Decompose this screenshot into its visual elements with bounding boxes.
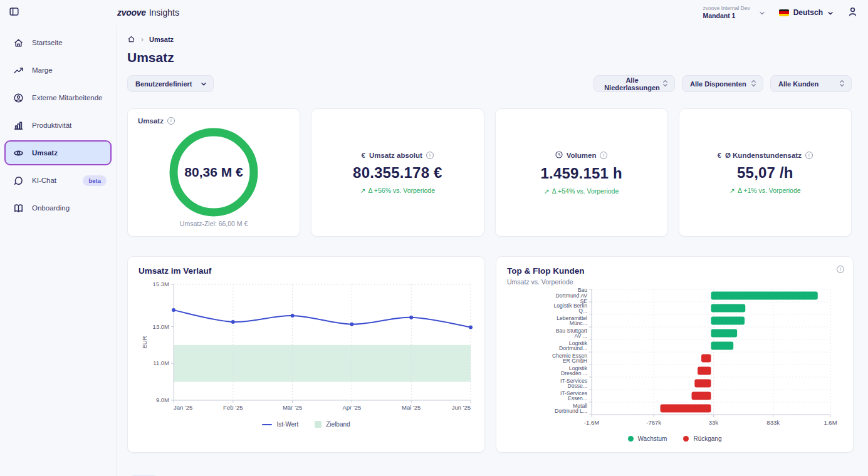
kpi-delta-text: Δ +56% vs. Vorperiode [369, 187, 436, 194]
german-flag-icon [779, 9, 789, 16]
sidebar-item-externe-mitarbeitende[interactable]: Externe Mitarbeitende [4, 85, 112, 110]
gauge-value: 80,36 M € [184, 165, 243, 179]
legend-item-wachstum[interactable]: Wachstum [628, 435, 667, 442]
chat-bubble-icon [13, 175, 24, 186]
bar-chart-icon [13, 120, 24, 131]
info-icon[interactable]: i [805, 152, 813, 159]
language-selector[interactable]: Deutsch [779, 7, 834, 18]
kpi-title: Ø Kundenstundensatz [725, 152, 802, 159]
svg-text:AV ...: AV ... [575, 333, 587, 339]
dispatchers-filter-select[interactable]: Alle Disponenten [682, 75, 763, 92]
sidebar-item-label: Marge [32, 66, 53, 74]
period-filter-dropdown[interactable]: Benutzerdefiniert [127, 75, 214, 92]
beta-badge: beta [83, 175, 107, 186]
chart-title: Top & Flop Kunden [507, 266, 842, 276]
kpi-delta-text: Δ +1% vs. Vorperiode [738, 187, 801, 194]
trend-up-icon [13, 65, 24, 76]
sidebar-toggle-button[interactable] [8, 6, 20, 19]
svg-text:Mär '25: Mär '25 [283, 404, 302, 411]
legend-label: Zielband [326, 421, 350, 428]
svg-text:833k: 833k [766, 419, 780, 426]
revenue-line-chart: 15.3M13.0M11.0M9.0MEURJan '25Feb '25Mär … [139, 276, 474, 418]
sidebar-item-ki-chat[interactable]: KI-Chat beta [4, 168, 112, 193]
sidebar-item-startseite[interactable]: Startseite [4, 30, 112, 55]
svg-text:Q...: Q... [578, 308, 587, 314]
kpi-value: 80.355.178 € [353, 164, 442, 182]
legend-item-rueckgang[interactable]: Rückgang [683, 435, 721, 442]
home-icon[interactable] [127, 35, 135, 44]
info-icon[interactable]: i [426, 152, 434, 159]
svg-text:Düsse...: Düsse... [567, 383, 587, 389]
sidebar-item-produktivitaet[interactable]: Produktivität [4, 113, 112, 138]
chevron-up-down-icon [839, 80, 845, 88]
svg-text:11.0M: 11.0M [153, 360, 169, 366]
legend-label: Ist-Wert [276, 421, 298, 428]
filter-row: Benutzerdefiniert Alle Niederlassungen A… [127, 75, 852, 92]
period-filter-label: Benutzerdefiniert [135, 80, 192, 88]
tenant-name: Mandant 1 [703, 12, 750, 20]
gauge-target-caption: Umsatz-Ziel: 66,00 M € [138, 220, 290, 229]
legend-item-ist-wert[interactable]: Ist-Wert [262, 421, 298, 428]
language-label: Deutsch [793, 8, 823, 17]
gauge-card-title: Umsatz [138, 117, 164, 125]
eye-icon [13, 148, 24, 158]
chart-title: Umsatz im Verlauf [139, 266, 474, 276]
svg-text:13.0M: 13.0M [153, 323, 169, 330]
person-icon [847, 6, 858, 19]
clock-icon [555, 151, 563, 160]
charts-row: Umsatz im Verlauf 15.3M13.0M11.0M9.0MEUR… [127, 256, 852, 453]
customers-filter-label: Alle Kunden [778, 80, 818, 88]
svg-text:Dortmund...: Dortmund... [559, 345, 587, 351]
info-icon[interactable]: i [167, 117, 175, 125]
svg-text:Dortmund L...: Dortmund L... [555, 408, 587, 414]
svg-text:33k: 33k [709, 419, 719, 426]
chevron-down-icon [827, 7, 834, 18]
app-logo: zvoove Insights [117, 0, 179, 25]
legend-label: Rückgang [693, 435, 721, 442]
chevron-up-down-icon [751, 80, 756, 88]
sidebar-item-marge[interactable]: Marge [4, 58, 112, 83]
logo-insights: Insights [149, 8, 179, 18]
top-bar: zvoove Insights zvoove Internal Dev Mand… [0, 0, 868, 25]
svg-text:15.3M: 15.3M [153, 281, 169, 287]
svg-text:Apr '25: Apr '25 [342, 404, 361, 411]
kpi-value: 55,07 /h [737, 164, 793, 182]
info-icon[interactable]: i [600, 152, 607, 159]
revenue-trend-chart-card: Umsatz im Verlauf 15.3M13.0M11.0M9.0MEUR… [127, 256, 485, 453]
filters-right: Alle Niederlassungen Alle Disponenten Al… [587, 75, 852, 92]
trend-arrow-icon: ↗ [360, 187, 366, 194]
sidebar: Startseite Marge Externe Mitarbeitende P… [0, 25, 117, 476]
svg-text:Feb '25: Feb '25 [223, 404, 243, 411]
svg-text:ER GmbH: ER GmbH [563, 358, 587, 364]
breadcrumb-current: Umsatz [149, 36, 174, 43]
chevron-up-down-icon [662, 80, 668, 88]
sidebar-item-label: KI-Chat [32, 177, 56, 184]
logo-zvoove: zvoove [117, 8, 146, 18]
customers-filter-select[interactable]: Alle Kunden [770, 75, 852, 92]
bar-chart-legend: Wachstum Rückgang [507, 435, 842, 442]
line-chart-legend: Ist-Wert Zielband [139, 421, 474, 428]
page-title: Umsatz [127, 50, 852, 65]
legend-item-zielband[interactable]: Zielband [315, 421, 350, 428]
sidebar-item-onboarding[interactable]: Onboarding [4, 195, 112, 220]
info-icon[interactable]: i [837, 266, 844, 273]
legend-label: Wachstum [638, 435, 667, 442]
line-series-swatch [262, 424, 272, 425]
svg-text:1.6M: 1.6M [824, 419, 837, 426]
chevron-down-icon [201, 80, 207, 88]
tenant-selector[interactable]: zvoove Internal Dev Mandant 1 [703, 5, 765, 20]
kpi-card-umsatz-absolut: € Umsatz absolut i 80.355.178 € ↗ Δ +56%… [311, 108, 484, 237]
sidebar-item-umsatz[interactable]: Umsatz [4, 140, 112, 165]
user-account-button[interactable] [847, 6, 858, 19]
sidebar-item-label: Umsatz [32, 149, 58, 157]
branches-filter-select[interactable]: Alle Niederlassungen [593, 75, 675, 92]
svg-text:Jan '25: Jan '25 [174, 404, 192, 411]
svg-text:-1.6M: -1.6M [584, 419, 599, 426]
svg-text:Münc...: Münc... [570, 320, 587, 326]
kpi-title: Umsatz absolut [369, 152, 422, 159]
tenant-environment: zvoove Internal Dev [703, 5, 750, 12]
chevron-down-icon [759, 7, 765, 18]
chart-subtitle: Umsatz vs. Vorperiode [507, 278, 842, 286]
trend-arrow-icon: ↗ [729, 187, 735, 194]
decline-dot-swatch [683, 436, 689, 442]
